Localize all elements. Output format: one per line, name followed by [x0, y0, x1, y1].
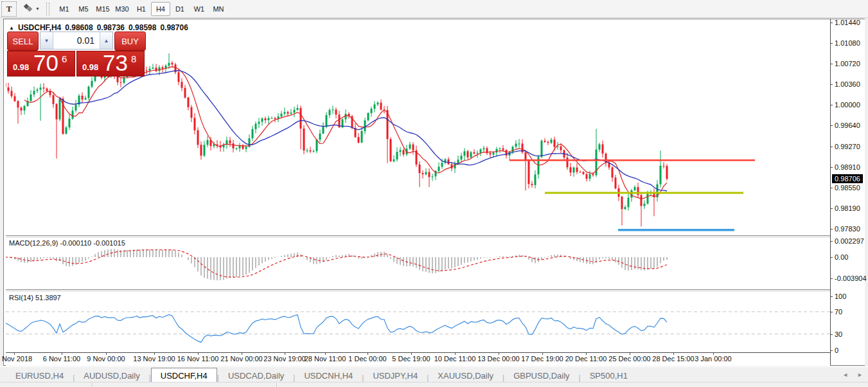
- tab-usdcnh-h4[interactable]: USDCNH,H4: [295, 369, 362, 382]
- tab-usdchf-h4[interactable]: USDCHF,H4: [151, 368, 217, 382]
- time-axis-tick: [630, 352, 630, 355]
- time-axis-label: 1 Nov 2018: [0, 355, 40, 363]
- price-axis-tick: [830, 188, 833, 188]
- price-axis-label: 0.99270: [835, 143, 860, 150]
- price-axis-label: 0.98190: [835, 204, 860, 212]
- price-axis-tick: [830, 167, 833, 168]
- chart-tab-bar: EURUSD,H4|AUDUSD,Daily|USDCHF,H4|USDCAD,…: [0, 366, 868, 382]
- timeframe-button-w1[interactable]: W1: [190, 2, 209, 16]
- time-axis-tick: [586, 352, 587, 355]
- ohlc-high: 0.98736: [97, 23, 125, 32]
- symbol-header: ▲ USDCHF,H4 0.98608 0.98736 0.98598 0.98…: [9, 23, 188, 32]
- volume-decrease-button[interactable]: ▼: [40, 32, 53, 49]
- mt4-terminal: T ▼ M1M5M15M30H1H4D1W1MN ▲ USDCHF,H4 0.9…: [0, 0, 868, 387]
- volume-input[interactable]: [53, 32, 100, 49]
- tab-usdcad-daily[interactable]: USDCAD,Daily: [219, 369, 293, 382]
- tab-sp500-h1[interactable]: SP500,H1: [581, 369, 637, 382]
- sell-price-pips: 70: [33, 50, 58, 76]
- indicator-axis-tick: [830, 296, 833, 297]
- macd-label: MACD(12,26,9) -0.000110 -0.001015: [9, 239, 125, 247]
- text-tool-button[interactable]: T: [1, 1, 17, 17]
- status-divider: [276, 382, 278, 387]
- price-axis-tick: [830, 147, 833, 147]
- arrows-tool-button[interactable]: ▼: [22, 3, 40, 15]
- time-axis-tick: [713, 352, 714, 355]
- timeframe-button-m5[interactable]: M5: [74, 2, 93, 16]
- indicator-axis-tick: [830, 241, 833, 242]
- indicator-axis-label: 0.00: [835, 253, 848, 261]
- timeframe-button-h1[interactable]: H1: [132, 2, 151, 16]
- arrows-icon: [22, 3, 33, 15]
- price-axis-label: 1.00720: [835, 60, 860, 68]
- buy-price-pips: 73: [103, 50, 128, 76]
- timeframe-button-h4[interactable]: H4: [151, 2, 170, 16]
- rsi-pane[interactable]: [6, 291, 830, 352]
- price-axis-label: 0.98910: [835, 163, 860, 171]
- time-axis-tick: [368, 352, 368, 355]
- status-bar: [0, 382, 868, 387]
- indicator-axis-tick: [830, 257, 833, 258]
- toolbar: T ▼ M1M5M15M30H1H4D1W1MN: [0, 0, 868, 18]
- price-axis-tick: [830, 64, 833, 64]
- volume-increase-button[interactable]: ▲: [100, 32, 112, 49]
- price-axis-label: 0.99640: [835, 122, 860, 129]
- symbol-name: USDCHF,H4: [18, 23, 61, 32]
- time-axis-tick: [242, 352, 242, 355]
- indicator-axis-tick: [830, 334, 833, 335]
- time-axis-tick: [106, 352, 107, 355]
- ohlc-low: 0.98598: [128, 23, 156, 32]
- sell-price-prefix: 0.98: [13, 62, 29, 72]
- price-axis-label: 1.00000: [835, 101, 860, 109]
- buy-price-prefix: 0.98: [82, 62, 98, 72]
- timeframe-buttons: M1M5M15M30H1H4D1W1MN: [55, 2, 228, 16]
- buy-price-point: 8: [131, 53, 136, 64]
- time-axis-tick: [542, 352, 543, 355]
- tabs: EURUSD,H4|AUDUSD,Daily|USDCHF,H4|USDCAD,…: [6, 368, 637, 382]
- sell-button[interactable]: SELL: [7, 32, 39, 51]
- price-axis-tick: [830, 125, 833, 126]
- collapse-triangle-icon[interactable]: ▲: [9, 25, 14, 31]
- one-click-trading-panel: SELL ▼ ▲ BUY 0.98 70 6 0.98 73 8: [7, 32, 146, 76]
- price-axis-tick: [830, 229, 833, 230]
- time-axis-label: 6 Nov 11:00: [36, 355, 87, 363]
- tab-audusd-daily[interactable]: AUDUSD,Daily: [75, 369, 148, 382]
- time-axis-tick: [14, 352, 15, 355]
- toolbar-grip: [46, 3, 49, 15]
- indicator-axis-label: 0: [835, 346, 838, 354]
- tabs-scroll-left-icon[interactable]: ◄: [842, 372, 848, 378]
- time-axis-tick: [154, 352, 155, 355]
- time-axis-tick: [499, 352, 499, 355]
- tab-usdjpy-h4[interactable]: USDJPY,H4: [364, 369, 427, 382]
- indicator-axis-label: 70: [835, 308, 842, 316]
- tab-eurusd-h4[interactable]: EURUSD,H4: [6, 369, 73, 382]
- timeframe-button-d1[interactable]: D1: [170, 2, 190, 16]
- timeframe-button-m15[interactable]: M15: [93, 2, 112, 16]
- macd-pane[interactable]: [6, 237, 830, 289]
- price-axis-label: 1.01440: [835, 19, 860, 26]
- time-axis-tick: [62, 352, 62, 355]
- ohlc-close: 0.98706: [160, 23, 188, 32]
- price-axis-tick: [830, 84, 833, 85]
- price-axis-tick: [830, 208, 833, 209]
- price-axis-tick: [830, 105, 833, 105]
- ohlc-open: 0.98608: [65, 23, 93, 32]
- tabs-scroll-right-icon[interactable]: ►: [857, 372, 863, 378]
- price-axis-label: 1.00360: [835, 80, 860, 88]
- status-divider: [92, 382, 93, 387]
- tab-xauusd-daily[interactable]: XAUUSD,Daily: [429, 369, 502, 382]
- current-price-label: 0.98706: [832, 174, 863, 183]
- chevron-down-icon: ▼: [35, 6, 40, 11]
- timeframe-button-m30[interactable]: M30: [112, 2, 132, 16]
- buy-button[interactable]: BUY: [114, 32, 146, 51]
- sell-price-point: 6: [62, 53, 67, 64]
- rsi-label: RSI(14) 51.3897: [9, 294, 61, 302]
- buy-price-display[interactable]: 0.98 73 8: [76, 51, 145, 76]
- timeframe-button-m1[interactable]: M1: [55, 2, 74, 16]
- timeframe-button-mn[interactable]: MN: [209, 2, 228, 16]
- sell-price-display[interactable]: 0.98 70 6: [7, 51, 75, 76]
- indicator-axis-tick: [830, 312, 833, 312]
- tab-gbpusd-daily[interactable]: GBPUSD,Daily: [504, 369, 578, 382]
- price-axis-label: 1.01080: [835, 39, 860, 47]
- time-axis-tick: [411, 352, 412, 355]
- time-axis-tick: [285, 352, 285, 355]
